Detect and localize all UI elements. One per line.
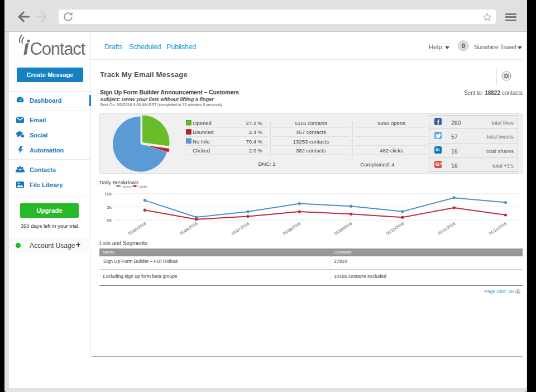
svg-text:05/12/2016: 05/12/2016 bbox=[488, 221, 508, 236]
svg-text:05/06/2016: 05/06/2016 bbox=[179, 221, 198, 236]
svg-text:05/10/2016: 05/10/2016 bbox=[385, 221, 405, 236]
svg-text:05/08/2016: 05/08/2016 bbox=[282, 221, 302, 236]
svg-text:05/09/2016: 05/09/2016 bbox=[333, 221, 353, 236]
svg-text:10k: 10k bbox=[104, 192, 112, 197]
svg-text:05/11/2016: 05/11/2016 bbox=[437, 221, 456, 236]
svg-text:05/07/2016: 05/07/2016 bbox=[231, 221, 250, 236]
svg-text:opens: opens bbox=[123, 185, 132, 188]
svg-text:05/05/2016: 05/05/2016 bbox=[127, 221, 147, 236]
svg-text:5k: 5k bbox=[107, 205, 112, 210]
svg-text:Contact: Contact bbox=[30, 39, 86, 58]
svg-text:0k: 0k bbox=[107, 218, 112, 223]
svg-text:clicks: clicks bbox=[139, 185, 147, 188]
